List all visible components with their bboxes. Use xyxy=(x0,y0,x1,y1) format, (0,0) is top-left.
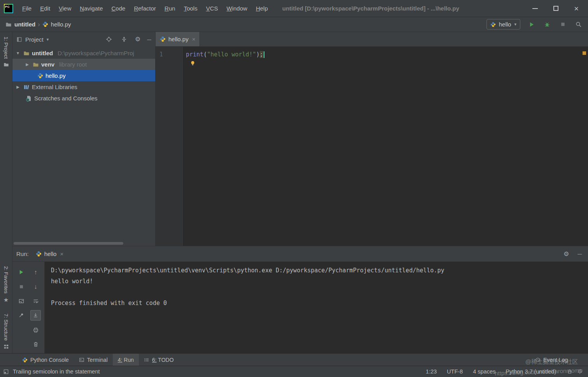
expand-closed-icon[interactable]: ▶ xyxy=(15,85,21,89)
status-message: Trailing semicolon in the statement xyxy=(13,368,100,375)
breadcrumb-file-label: hello.py xyxy=(51,21,71,28)
menu-run[interactable]: Run xyxy=(160,5,180,12)
tree-label: untitled xyxy=(32,50,53,56)
tree-row-venv[interactable]: ▶ venv library root xyxy=(12,59,155,70)
horizontal-scrollbar[interactable] xyxy=(14,242,123,245)
pycharm-logo-icon: PC xyxy=(4,4,13,13)
restore-layout-icon[interactable] xyxy=(16,296,26,306)
stop-button[interactable] xyxy=(558,20,567,29)
project-panel-actions: ⚙ ─ xyxy=(105,35,151,44)
menu-file[interactable]: File xyxy=(18,5,36,12)
breadcrumb-project[interactable]: untitled xyxy=(5,21,35,28)
window-controls: × xyxy=(532,5,584,12)
chevron-down-icon: ▾ xyxy=(514,22,516,27)
menubar: File Edit View Navigate Code Refactor Ru… xyxy=(18,5,272,12)
project-stripe-icon xyxy=(4,62,9,67)
minimize-window-button[interactable] xyxy=(532,8,538,9)
toolwindow-event-log[interactable]: Event Log xyxy=(535,357,588,363)
project-panel-title[interactable]: Project xyxy=(25,36,44,43)
debug-button[interactable] xyxy=(543,20,551,29)
search-everywhere-icon[interactable] xyxy=(574,20,583,29)
menu-help[interactable]: Help xyxy=(252,5,272,12)
toolwindow-toggle-icon[interactable] xyxy=(3,369,9,375)
pin-tab-icon[interactable] xyxy=(16,310,26,321)
expand-open-icon[interactable]: ▼ xyxy=(15,51,21,55)
gear-icon[interactable]: ⚙ xyxy=(135,36,140,42)
menu-window[interactable]: Window xyxy=(222,5,252,12)
pycharm-logo-text: PC xyxy=(5,5,12,12)
notifications-bell-icon[interactable] xyxy=(577,369,583,374)
caret-position[interactable]: 1:23 xyxy=(426,368,437,375)
run-console-output[interactable]: D:\pyworkspace\PycharmProjects\untitled\… xyxy=(45,262,588,353)
close-run-tab-icon[interactable]: × xyxy=(60,251,63,257)
project-view-chevron-icon[interactable]: ▾ xyxy=(47,37,49,42)
collapse-all-icon[interactable] xyxy=(120,35,128,44)
tree-row-external-libraries[interactable]: ▶ External Libraries xyxy=(12,81,155,93)
tree-row-scratches[interactable]: Scratches and Consoles xyxy=(12,93,155,104)
editor-body[interactable]: 1 print("hello world!"); xyxy=(156,47,588,246)
hide-panel-icon[interactable]: ─ xyxy=(578,251,582,257)
stripe-button-structure[interactable]: 7: Structure xyxy=(3,314,9,349)
stripe-structure-label: 7: Structure xyxy=(3,314,9,341)
code-line-1: print("hello world!"); xyxy=(186,50,588,59)
scroll-to-end-icon[interactable] xyxy=(30,310,41,321)
tree-row-hello-py[interactable]: hello.py xyxy=(12,70,155,81)
stripe-button-favorites[interactable]: 2: Favorites ★ xyxy=(3,266,9,304)
status-right-group: 1:23 UTF-8 4 spaces Python 3.7 (untitled… xyxy=(426,368,583,375)
todo-icon xyxy=(144,357,149,363)
intention-bulb[interactable] xyxy=(190,60,588,66)
close-tab-icon[interactable]: × xyxy=(192,36,196,42)
menu-navigate[interactable]: Navigate xyxy=(75,5,107,12)
token-semicolon: ; xyxy=(260,51,263,58)
clear-console-icon[interactable] xyxy=(30,339,41,349)
gear-icon[interactable]: ⚙ xyxy=(564,251,569,257)
python-file-icon xyxy=(160,36,166,42)
tree-row-untitled[interactable]: ▼ untitled D:\pyworkspace\PycharmProj xyxy=(12,47,155,59)
print-icon[interactable] xyxy=(30,324,41,335)
stop-process-button[interactable] xyxy=(16,281,26,292)
breadcrumb-file[interactable]: hello.py xyxy=(42,21,71,28)
menu-view[interactable]: View xyxy=(54,5,75,12)
locate-file-icon[interactable] xyxy=(105,35,113,44)
close-window-button[interactable]: × xyxy=(574,5,579,12)
warning-stripe-mark[interactable] xyxy=(583,51,586,55)
indent-style[interactable]: 4 spaces xyxy=(473,368,495,375)
code-area[interactable]: print("hello world!"); xyxy=(183,47,588,246)
run-tab-hello[interactable]: hello × xyxy=(33,246,66,261)
menu-tools[interactable]: Tools xyxy=(180,5,202,12)
tool-window-icon xyxy=(16,37,22,42)
editor-gutter[interactable]: 1 xyxy=(156,47,183,246)
run-panel-header: Run: hello × ⚙ ─ xyxy=(12,246,588,262)
toolwindow-todo[interactable]: 6: TODO xyxy=(139,354,179,366)
editor-tab-hello-py[interactable]: hello.py × xyxy=(156,32,200,46)
next-occurrence-icon[interactable]: ↓ xyxy=(30,281,41,292)
file-encoding[interactable]: UTF-8 xyxy=(447,368,463,375)
toolwindow-terminal[interactable]: Terminal xyxy=(74,354,113,366)
scratches-icon xyxy=(26,95,32,102)
toolwindow-run[interactable]: 4: Run xyxy=(113,354,139,366)
console-line: hello world! xyxy=(51,276,588,287)
menu-code[interactable]: Code xyxy=(107,5,130,12)
rerun-button[interactable] xyxy=(16,267,26,277)
line-number: 1 xyxy=(159,51,163,58)
navigation-bar: untitled › hello.py hello ▾ xyxy=(0,17,588,32)
prev-occurrence-icon[interactable]: ↑ xyxy=(30,267,41,277)
editor-tab-label: hello.py xyxy=(168,36,189,42)
status-bar: Trailing semicolon in the statement 1:23… xyxy=(0,366,588,377)
maximize-window-button[interactable] xyxy=(553,6,558,11)
interpreter-widget[interactable]: Python 3.7 (untitled) xyxy=(506,368,556,375)
lock-icon[interactable] xyxy=(567,369,572,374)
tree-label: hello.py xyxy=(46,72,66,79)
run-configuration-select[interactable]: hello ▾ xyxy=(486,19,520,30)
run-button[interactable] xyxy=(527,20,536,29)
menu-refactor[interactable]: Refactor xyxy=(130,5,160,12)
run-panel-label: Run: xyxy=(16,251,29,257)
menu-edit[interactable]: Edit xyxy=(36,5,54,12)
soft-wrap-icon[interactable] xyxy=(30,296,41,306)
toolwindow-python-console[interactable]: Python Console xyxy=(17,354,74,366)
hide-panel-icon[interactable]: ─ xyxy=(147,37,151,42)
project-tool-window: Project ▾ ⚙ ─ xyxy=(12,32,156,246)
expand-closed-icon[interactable]: ▶ xyxy=(24,62,30,67)
stripe-button-project[interactable]: 1: Project xyxy=(3,37,9,67)
menu-vcs[interactable]: VCS xyxy=(202,5,222,12)
